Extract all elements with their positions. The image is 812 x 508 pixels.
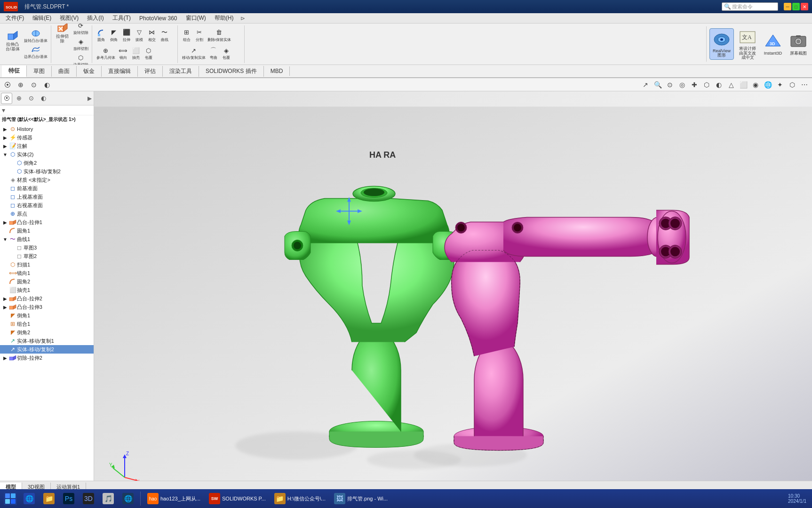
btn-screenshot[interactable]: 屏幕截图: [787, 30, 810, 58]
tree-item-body-move2[interactable]: ⬡ 实体-移动/复制2: [0, 167, 94, 176]
panel-tab-property[interactable]: ⊕: [13, 93, 24, 104]
taskbar-hao123[interactable]: hao hao123_上网从...: [143, 491, 204, 507]
btn-draft[interactable]: ▽ 拔模: [133, 27, 145, 43]
view-btn-fit[interactable]: ⊙: [664, 79, 676, 90]
tree-item-combine1[interactable]: ⊞ 组合1: [0, 320, 94, 328]
panel-tab-config[interactable]: ⊙: [25, 93, 37, 104]
menu-photoview[interactable]: PhotoView 360: [135, 14, 181, 23]
tree-item-fillet2[interactable]: 圆角2: [0, 277, 94, 286]
tree-item-boss-extrude3[interactable]: ▶ 凸台-拉伸3: [0, 303, 94, 311]
taskbar-start-btn[interactable]: [2, 491, 19, 507]
btn-instant3d[interactable]: 3D Instant3D: [761, 31, 785, 57]
tree-item-history[interactable]: ▶ ⊙ History: [0, 125, 94, 133]
tab-sheet-metal[interactable]: 钣金: [77, 66, 102, 77]
menu-view[interactable]: 视图(V): [56, 13, 82, 23]
tree-item-right-plane[interactable]: ◻ 右视基准面: [0, 201, 94, 210]
view-btn-display[interactable]: ⬡: [787, 79, 798, 90]
sec-btn-dim[interactable]: ◐: [41, 79, 53, 90]
tab-direct-edit[interactable]: 直接编辑: [102, 66, 138, 77]
tree-root[interactable]: 排气管 (默认<<默认>_显示状态 1>): [0, 115, 94, 124]
tree-item-chamfer2b[interactable]: ◤ 倒角2: [0, 328, 94, 337]
view-btn-zoom[interactable]: 🔍: [652, 79, 663, 90]
btn-curve[interactable]: 〜 曲线: [159, 27, 171, 43]
taskbar-image[interactable]: 🖼 排气管.png - Wi...: [330, 491, 391, 507]
tree-item-curve1[interactable]: ▼ 〜 曲线1: [0, 235, 94, 243]
btn-extrude-boss[interactable]: 拉伸凸台/基体: [4, 28, 22, 60]
btn-shell[interactable]: ⬜ 抽壳: [130, 45, 142, 61]
btn-boundary-cut[interactable]: ⬡ 边界切除: [72, 52, 90, 65]
tree-item-annotations[interactable]: ▶ 📝 注解: [0, 142, 94, 150]
tree-item-chamfer1[interactable]: ◤ 倒角1: [0, 311, 94, 320]
tree-item-fillet1[interactable]: 圆角1: [0, 226, 94, 235]
tree-item-sketch2[interactable]: ◻ 草图2: [0, 252, 94, 260]
panel-tab-display[interactable]: ◐: [38, 93, 49, 104]
sec-btn-snap[interactable]: ⊕: [15, 79, 26, 90]
btn-design-text[interactable]: 文A 将设计师由英文改成中文: [736, 26, 759, 62]
menu-window[interactable]: 窗口(W): [182, 13, 210, 23]
taskbar-folder[interactable]: 📁: [40, 491, 58, 507]
tab-feature[interactable]: 特征: [2, 65, 27, 77]
tab-mbd[interactable]: MBD: [264, 66, 290, 76]
tab-evaluate[interactable]: 评估: [138, 66, 163, 77]
tree-item-sweep1[interactable]: ⬡ 扫描1: [0, 260, 94, 269]
menu-tools[interactable]: 工具(T): [109, 13, 135, 23]
btn-ref-geom[interactable]: ⊕ 参考几何体: [95, 45, 117, 61]
tree-item-sketch3[interactable]: ◻ 草图3: [0, 243, 94, 252]
btn-delete-body[interactable]: 🗑 删除/保留实体: [206, 27, 232, 43]
tree-item-boss-extrude1[interactable]: ▶ 凸台-拉伸1: [0, 218, 94, 226]
tree-item-boss-extrude2[interactable]: ▶ 凸台-拉伸2: [0, 294, 94, 303]
taskbar-solidworks[interactable]: SW SOLIDWORKS P...: [205, 491, 270, 507]
tree-item-mirror1[interactable]: ⟺ 镜向1: [0, 269, 94, 277]
viewport[interactable]: HA RA Z Y X: [94, 91, 812, 508]
close-button[interactable]: ✕: [801, 3, 808, 10]
btn-move-body[interactable]: ↗ 移动/复制实体: [181, 45, 207, 61]
tree-item-shell1[interactable]: ⬜ 抽壳1: [0, 286, 94, 294]
btn-indent[interactable]: ◈ 包覆: [220, 45, 232, 61]
tree-item-bodies[interactable]: ▼ ⬡ 实体(2): [0, 150, 94, 159]
taskbar-photoshop[interactable]: Ps: [59, 491, 78, 507]
btn-boundary-boss[interactable]: 边界凸台/基体: [23, 44, 49, 60]
tree-item-chamfer2[interactable]: ⬡ 倒角2: [0, 159, 94, 167]
maximize-button[interactable]: □: [792, 3, 800, 10]
tree-item-top-plane[interactable]: ◻ 上视基准面: [0, 193, 94, 201]
btn-flex[interactable]: ⌒ 弯曲: [207, 45, 220, 61]
view-btn-camera[interactable]: ✦: [774, 79, 786, 90]
btn-realview[interactable]: RealView图形: [709, 28, 734, 60]
panel-tab-feature[interactable]: ⦿: [1, 93, 12, 104]
view-btn-pan[interactable]: ✚: [689, 79, 700, 90]
view-btn-wire[interactable]: ◐: [713, 79, 724, 90]
tree-item-body-move2b[interactable]: ↗ 实体-移动/复制2: [0, 345, 94, 354]
btn-chamfer[interactable]: ◤ 倒角: [108, 27, 120, 43]
sec-btn-filter[interactable]: ⦿: [2, 79, 13, 90]
taskbar-browser[interactable]: 🌐: [20, 491, 39, 507]
taskbar-media[interactable]: 🎵: [99, 491, 118, 507]
tree-item-front-plane[interactable]: ◻ 前基准面: [0, 184, 94, 193]
view-btn-rotate[interactable]: ↗: [640, 79, 651, 90]
menu-file[interactable]: 文件(F): [2, 13, 28, 23]
btn-extrude2[interactable]: ⬛ 拉伸: [120, 27, 133, 43]
sec-btn-origin[interactable]: ⊙: [28, 79, 40, 90]
search-box[interactable]: 🔍 搜索命令: [722, 2, 778, 11]
tab-sketch[interactable]: 草图: [27, 66, 52, 77]
view-btn-zoom-area[interactable]: ◎: [677, 79, 688, 90]
tree-item-cut-extrude2[interactable]: ▶ 切除-拉伸2: [0, 354, 94, 362]
menu-insert[interactable]: 插入(I): [83, 13, 107, 23]
btn-revolve-cut[interactable]: ⟳ 旋转切除: [72, 24, 90, 36]
tree-item-material[interactable]: ◈ 材质 <未指定>: [0, 176, 94, 184]
taskbar-browser2[interactable]: 🌐: [119, 491, 137, 507]
btn-wrap[interactable]: ⬡ 包覆: [143, 45, 155, 61]
btn-split[interactable]: ✂ 分割: [193, 27, 206, 43]
btn-combine[interactable]: ⊞ 组合: [181, 27, 193, 43]
taskbar-3dmax[interactable]: 3D: [79, 491, 98, 507]
btn-mirror[interactable]: ⟺ 镜向: [117, 45, 129, 61]
menu-expand[interactable]: ⊳: [240, 15, 245, 22]
taskbar-explorer[interactable]: 📁 H:\微信公众号\...: [271, 491, 329, 507]
view-btn-more[interactable]: ⋯: [799, 79, 810, 90]
btn-intersect[interactable]: ⋈ 相交: [146, 27, 158, 43]
tab-surface[interactable]: 曲面: [52, 66, 77, 77]
tree-item-sensors[interactable]: ▶ ⚡ 传感器: [0, 133, 94, 142]
btn-fillet[interactable]: 圆角: [95, 27, 107, 43]
view-btn-hide[interactable]: ◉: [750, 79, 761, 90]
tab-sw-plugins[interactable]: SOLIDWORKS 插件: [199, 66, 264, 77]
view-btn-light[interactable]: 🌐: [762, 79, 773, 90]
